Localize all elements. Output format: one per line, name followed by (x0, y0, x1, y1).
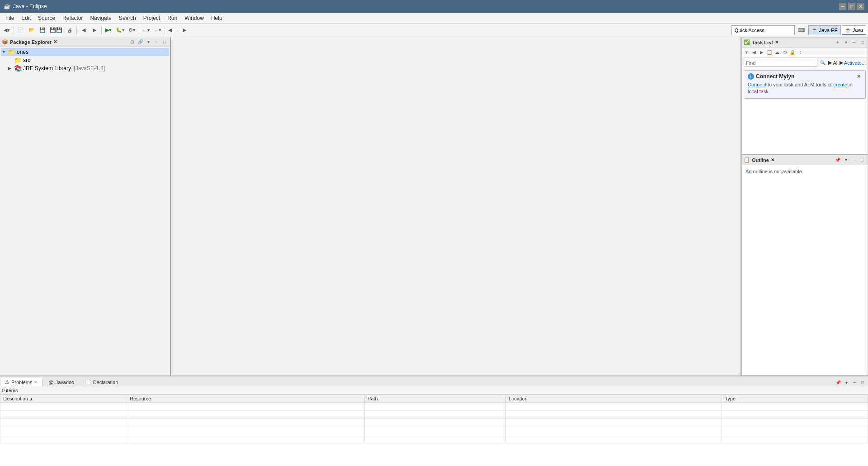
connect-mylyn-heading: Connect Mylyn (756, 73, 794, 80)
bottom-view-btn[interactable]: ▾ (843, 379, 850, 386)
menu-bar: File Edit Source Refactor Navigate Searc… (0, 13, 868, 24)
project-icon: 📁 (8, 48, 15, 56)
toolbar-last-edit-btn[interactable]: ◀─ (167, 25, 177, 35)
menu-navigate[interactable]: Navigate (86, 14, 115, 22)
collapse-all-btn[interactable]: ⊟ (128, 38, 136, 46)
task-toolbar-btn7[interactable]: 🔒 (789, 49, 796, 56)
package-explorer-header-right: ⊟ 🔗 ▾ ─ □ (128, 38, 168, 46)
maximize-button[interactable]: □ (848, 3, 855, 10)
task-maximize-btn[interactable]: □ (859, 39, 866, 46)
outline-view-btn[interactable]: ▾ (842, 157, 849, 164)
create-link[interactable]: create (834, 82, 848, 87)
javaee-label: Java EE (819, 28, 838, 33)
connect-link[interactable]: Connect (748, 82, 766, 87)
tree-project-item[interactable]: ▼ 📁 ones (1, 48, 169, 56)
cell-path-2 (365, 411, 506, 419)
toolbar-print-btn[interactable]: 🖨 (65, 25, 75, 35)
outline-pin-btn[interactable]: 📌 (834, 157, 841, 164)
bottom-maximize-btn[interactable]: □ (859, 379, 866, 386)
tab-declaration[interactable]: 📄 Declaration (80, 378, 123, 386)
filter-activate-label[interactable]: Activate... (844, 60, 866, 66)
mylyn-close-btn[interactable]: ✕ (855, 73, 862, 80)
toolbar-saveall-btn[interactable]: 💾💾 (48, 25, 64, 35)
menu-project[interactable]: Project (140, 14, 164, 22)
problems-table-head: Description ▲ Resource Path Location Typ… (0, 395, 868, 403)
bottom-minimize-btn[interactable]: ─ (851, 379, 858, 386)
view-menu-btn[interactable]: ▾ (145, 38, 152, 46)
task-toolbar-btn6[interactable]: ⚙ (781, 49, 788, 56)
filter-all-label[interactable]: All (833, 60, 838, 66)
outline-maximize-btn[interactable]: □ (859, 157, 866, 164)
toolbar-open-btn[interactable]: 📂 (27, 25, 37, 35)
toolbar-new-btn[interactable]: 📄 (16, 25, 26, 35)
menu-run[interactable]: Run (164, 14, 181, 22)
minimize-button[interactable]: ─ (839, 3, 846, 10)
outline-minimize-btn[interactable]: ─ (850, 157, 858, 164)
task-list-header-right: + ▾ ─ □ (834, 39, 866, 46)
tab-javadoc[interactable]: @ Javadoc (43, 378, 79, 386)
menu-window[interactable]: Window (181, 14, 208, 22)
toolbar-keybind-btn[interactable]: ⌨ (797, 25, 807, 35)
toolbar-next-edit-loc-btn[interactable]: ─▶ (178, 25, 188, 35)
col-type[interactable]: Type (722, 395, 868, 403)
toolbar-prev-nav-btn[interactable]: ←▾ (141, 25, 151, 35)
task-toolbar-btn1[interactable]: ▾ (743, 49, 750, 56)
menu-search[interactable]: Search (115, 14, 140, 22)
col-path[interactable]: Path (365, 395, 506, 403)
toolbar-next-nav-btn[interactable]: →▾ (152, 25, 163, 35)
menu-refactor[interactable]: Refactor (59, 14, 86, 22)
toolbar-run-btn[interactable]: ▶▾ (104, 25, 113, 35)
tab-problems[interactable]: ⚠ Problems ✕ (0, 378, 42, 386)
task-toolbar-btn4[interactable]: 📋 (766, 49, 773, 56)
toolbar-save-btn[interactable]: 💾 (38, 25, 47, 35)
package-explorer-icon: 📦 (2, 39, 8, 45)
col-location[interactable]: Location (506, 395, 722, 403)
minimize-panel-btn[interactable]: ─ (153, 38, 160, 46)
menu-help[interactable]: Help (208, 14, 226, 22)
link-editor-btn[interactable]: 🔗 (137, 38, 144, 46)
outline-content: An outline is not available. (742, 165, 868, 178)
task-view-btn[interactable]: ▾ (842, 39, 849, 46)
toolbar-debug-btn[interactable]: 🐛▾ (114, 25, 126, 35)
task-find-btn[interactable]: 🔍 (819, 59, 826, 67)
toolbar-exttools-btn[interactable]: ⚙▾ (127, 25, 137, 35)
quick-access-bar[interactable]: Quick Access (731, 25, 795, 35)
problems-label: Problems (11, 380, 32, 385)
bottom-pin-btn[interactable]: 📌 (835, 379, 842, 386)
tree-jre-item[interactable]: ▶ 📚 JRE System Library [JavaSE-1.8] (1, 64, 169, 72)
problems-table-container[interactable]: Description ▲ Resource Path Location Typ… (0, 395, 868, 466)
menu-edit[interactable]: Edit (18, 14, 34, 22)
perspective-java-btn[interactable]: ☕ Java (842, 25, 866, 35)
editor-content[interactable] (171, 37, 741, 376)
problems-close-icon[interactable]: ✕ (34, 380, 38, 385)
maximize-panel-btn[interactable]: □ (161, 38, 168, 46)
tree-src-item[interactable]: 📁 src (1, 56, 169, 64)
col-resource[interactable]: Resource (127, 395, 365, 403)
perspective-javaee-btn[interactable]: ☕ Java EE (808, 25, 841, 35)
problems-table: Description ▲ Resource Path Location Typ… (0, 395, 868, 443)
close-button[interactable]: ✕ (857, 3, 864, 10)
task-toolbar-btn8[interactable]: ↕ (797, 49, 804, 56)
cell-loc-5 (506, 435, 722, 443)
col-description[interactable]: Description ▲ (0, 395, 127, 403)
task-find-input[interactable] (744, 59, 817, 67)
menu-file[interactable]: File (2, 14, 18, 22)
toolbar-prev-edit-btn[interactable]: ◀ (79, 25, 89, 35)
task-minimize-btn[interactable]: ─ (850, 39, 858, 46)
task-new-btn[interactable]: + (834, 39, 841, 46)
toolbar-next-edit-btn[interactable]: ▶ (90, 25, 99, 35)
main-layout: 📦 Package Explorer ✕ ⊟ 🔗 ▾ ─ □ ▼ 📁 ones (0, 37, 868, 466)
app-title: Java - Eclipse (13, 3, 47, 10)
menu-source[interactable]: Source (34, 14, 59, 22)
task-filter-all: ▶ All ▶ Activate... (828, 60, 866, 66)
task-toolbar-btn3[interactable]: ▶ (758, 49, 765, 56)
cell-type-4 (722, 427, 868, 435)
table-row (0, 435, 868, 443)
task-toolbar-btn5[interactable]: ☁ (774, 49, 781, 56)
outline-icon: 📋 (744, 157, 750, 163)
task-toolbar-btn2[interactable]: ◀ (750, 49, 758, 56)
toolbar-right: Quick Access ⌨ ☕ Java EE ☕ Java (731, 25, 866, 35)
connect-mylyn-box: i Connect Mylyn ✕ Connect to your task a… (744, 70, 866, 99)
javaee-icon: ☕ (811, 27, 818, 33)
toolbar-back-btn[interactable]: ◀▾ (2, 25, 12, 35)
